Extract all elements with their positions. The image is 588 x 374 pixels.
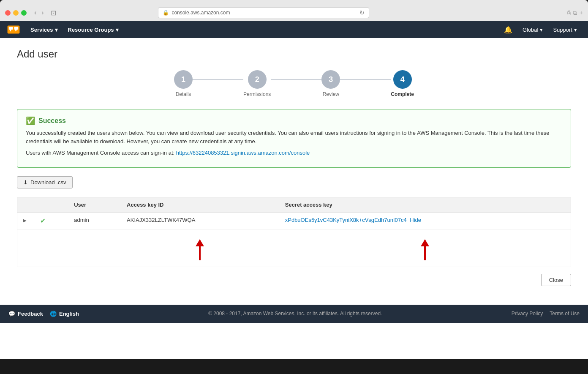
- action-row: Close: [17, 274, 571, 295]
- user-success-icon: ✔: [40, 217, 46, 224]
- forward-button[interactable]: ›: [40, 8, 45, 17]
- th-user: User: [68, 197, 121, 212]
- svg-marker-8: [421, 239, 429, 246]
- resource-groups-nav[interactable]: Resource Groups ▾: [63, 21, 124, 38]
- tab-button[interactable]: ⊡: [49, 8, 58, 18]
- page-title: Add user: [17, 48, 571, 60]
- step-circle-2: 2: [248, 70, 267, 89]
- nav-arrows: ‹ ›: [33, 8, 46, 17]
- th-checkbox: [34, 197, 68, 212]
- support-menu[interactable]: Support ▾: [549, 21, 581, 38]
- terms-of-use-link[interactable]: Terms of Use: [550, 311, 580, 317]
- bell-icon: 🔔: [504, 26, 512, 34]
- download-icon: ⬇: [23, 179, 28, 186]
- resource-groups-label: Resource Groups: [68, 27, 114, 33]
- topnav-right: 🔔 Global ▾ Support ▾: [500, 21, 581, 38]
- td-arrow-access-key: [121, 229, 279, 267]
- hide-secret-link[interactable]: Hide: [410, 217, 421, 223]
- user-name: admin: [74, 217, 89, 223]
- td-user-check: ✔: [34, 212, 68, 229]
- feedback-label: Feedback: [18, 311, 43, 317]
- step-label-3: Review: [323, 91, 339, 97]
- language-label: English: [59, 311, 79, 317]
- maximize-traffic-light[interactable]: [21, 10, 27, 16]
- success-body-text: You successfully created the users shown…: [26, 129, 562, 145]
- td-user: admin: [68, 212, 121, 229]
- main-content: Add user 1 Details 2 Permissions 3 Revie…: [0, 38, 588, 305]
- aws-footer: 💬 Feedback 🌐 English © 2008 - 2017, Amaz…: [0, 305, 588, 323]
- signin-url-link[interactable]: https://632240853321.signin.aws.amazon.c…: [176, 150, 310, 156]
- services-chevron: ▾: [55, 27, 58, 33]
- success-banner: ✅ Success You successfully created the u…: [17, 109, 571, 168]
- close-traffic-light[interactable]: [5, 10, 11, 16]
- th-secret-access-key: Secret access key: [279, 197, 571, 212]
- svg-marker-6: [196, 239, 204, 246]
- expand-arrow-icon[interactable]: ▶: [23, 218, 27, 223]
- global-selector[interactable]: Global ▾: [518, 21, 547, 38]
- footer-left: 💬 Feedback 🌐 English: [8, 311, 79, 317]
- aws-logo[interactable]: [7, 23, 20, 36]
- support-label: Support: [553, 27, 572, 33]
- copyright-text: © 2008 - 2017, Amazon Web Services, Inc.…: [208, 311, 382, 317]
- svg-rect-1: [9, 27, 13, 30]
- close-button[interactable]: Close: [541, 274, 571, 286]
- step-circle-4: 4: [393, 70, 412, 89]
- resource-groups-chevron: ▾: [116, 27, 119, 33]
- success-title: Success: [38, 117, 66, 125]
- add-tab-button[interactable]: +: [580, 9, 583, 16]
- download-csv-label: Download .csv: [30, 179, 66, 186]
- table-header-row: User Access key ID Secret access key: [17, 197, 571, 212]
- step-4: 4 Complete: [391, 70, 414, 97]
- secret-key-value: xPdbuOEs5y1vC43KyTyniX8k+cVsgEdh7unI07c4: [285, 217, 407, 223]
- aws-console: Services ▾ Resource Groups ▾ 🔔 Global ▾ …: [0, 21, 588, 359]
- arrow-spacer: [17, 229, 121, 267]
- support-chevron: ▾: [574, 27, 577, 33]
- footer-right: Privacy Policy Terms of Use: [512, 311, 580, 317]
- access-key-id-value: AKIAJX332LZLTWK47WQA: [127, 217, 195, 223]
- success-signin-line: Users with AWS Management Console access…: [26, 149, 562, 157]
- step-connector-1-2: [193, 79, 243, 80]
- aws-topnav: Services ▾ Resource Groups ▾ 🔔 Global ▾ …: [0, 21, 588, 38]
- th-expand: [17, 197, 34, 212]
- back-button[interactable]: ‹: [33, 8, 38, 17]
- step-label-1: Details: [176, 91, 191, 97]
- step-label-4: Complete: [391, 91, 414, 97]
- notifications-button[interactable]: 🔔: [500, 21, 517, 38]
- traffic-lights: [5, 10, 27, 16]
- red-arrow-secret-key: [285, 234, 565, 262]
- step-connector-3-4: [340, 79, 391, 80]
- footer-copyright: © 2008 - 2017, Amazon Web Services, Inc.…: [79, 311, 512, 317]
- share-button[interactable]: ⎙: [567, 9, 570, 16]
- browser-chrome: ‹ › ⊡ 🔒 console.aws.amazon.com ↻ ⎙ ⧉ +: [0, 0, 588, 21]
- step-label-2: Permissions: [243, 91, 271, 97]
- step-connector-2-3: [271, 79, 321, 80]
- services-label: Services: [30, 27, 53, 33]
- td-secret-access-key: xPdbuOEs5y1vC43KyTyniX8k+cVsgEdh7unI07c4…: [279, 212, 571, 229]
- global-chevron: ▾: [540, 27, 543, 33]
- pip-button[interactable]: ⧉: [573, 9, 577, 16]
- language-selector[interactable]: 🌐 English: [50, 311, 79, 317]
- global-label: Global: [523, 27, 539, 33]
- privacy-policy-link[interactable]: Privacy Policy: [512, 311, 543, 317]
- table-row: ▶ ✔ admin AKIAJX332LZLTWK47WQA xPdbuOEs5…: [17, 212, 571, 229]
- red-arrow-access-key: [127, 234, 273, 262]
- reload-icon[interactable]: ↻: [359, 9, 365, 16]
- browser-actions: ⎙ ⧉ +: [567, 9, 583, 16]
- credentials-table: User Access key ID Secret access key ▶ ✔…: [17, 197, 571, 267]
- step-2: 2 Permissions: [243, 70, 271, 97]
- feedback-button[interactable]: 💬 Feedback: [8, 311, 43, 317]
- td-arrow-secret-key: [279, 229, 571, 267]
- success-check-icon: ✅: [26, 116, 35, 126]
- services-nav[interactable]: Services ▾: [25, 21, 63, 38]
- globe-icon: 🌐: [50, 311, 57, 317]
- svg-rect-2: [14, 27, 19, 30]
- step-circle-1: 1: [174, 70, 193, 89]
- download-csv-button[interactable]: ⬇ Download .csv: [17, 176, 73, 188]
- feedback-icon: 💬: [8, 311, 15, 317]
- minimize-traffic-light[interactable]: [13, 10, 19, 16]
- arrows-annotation-row: [17, 229, 571, 267]
- address-text: console.aws.amazon.com: [172, 10, 230, 16]
- th-access-key-id: Access key ID: [121, 197, 279, 212]
- address-bar[interactable]: 🔒 console.aws.amazon.com ↻: [158, 7, 369, 18]
- success-signin-prefix: Users with AWS Management Console access…: [26, 150, 176, 156]
